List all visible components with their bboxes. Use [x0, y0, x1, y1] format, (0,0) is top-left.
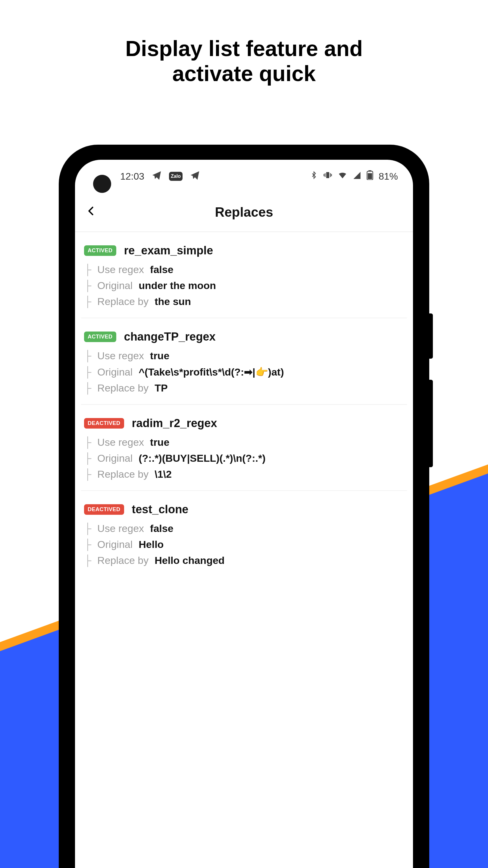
phone-frame: 12:03 Zalo	[59, 145, 429, 868]
item-title: re_exam_simple	[124, 244, 213, 257]
row-value: true	[150, 436, 169, 448]
list-item[interactable]: DEACTIVEDradim_r2_regex├Use regextrue├Or…	[81, 405, 407, 491]
phone-camera	[93, 175, 111, 193]
vibrate-icon	[323, 170, 332, 182]
status-badge: ACTIVED	[84, 245, 116, 256]
item-title: radim_r2_regex	[132, 417, 217, 430]
row-use-regex: ├Use regexfalse	[84, 264, 404, 276]
row-value: true	[150, 350, 169, 362]
phone-side-button	[429, 313, 433, 359]
row-value: TP	[155, 382, 167, 394]
promo-line2: activate quick	[0, 61, 488, 86]
row-value: \1\2	[155, 468, 172, 480]
row-marker-icon: ├	[84, 366, 91, 378]
row-replace-by: ├Replace bythe sun	[84, 296, 404, 307]
battery-icon	[367, 170, 373, 182]
row-marker-icon: ├	[84, 453, 91, 464]
wifi-icon	[338, 170, 347, 182]
svg-rect-3	[324, 174, 324, 176]
row-value: under the moon	[138, 280, 216, 291]
row-label: Replace by	[97, 296, 149, 307]
signal-icon	[353, 171, 361, 182]
phone-screen: 12:03 Zalo	[75, 160, 413, 868]
replace-list: ACTIVEDre_exam_simple├Use regexfalse├Ori…	[75, 232, 413, 577]
row-marker-icon: ├	[84, 468, 91, 480]
row-marker-icon: ├	[84, 280, 91, 291]
row-label: Replace by	[97, 555, 149, 566]
item-title: test_clone	[132, 503, 189, 516]
page-title: Replaces	[75, 205, 413, 220]
row-label: Replace by	[97, 382, 149, 394]
row-replace-by: ├Replace by\1\2	[84, 468, 404, 480]
row-use-regex: ├Use regextrue	[84, 436, 404, 448]
row-original: ├Original(?:.*)(BUY|SELL)(.*)\n(?:.*)	[84, 453, 404, 464]
row-replace-by: ├Replace byTP	[84, 382, 404, 394]
bluetooth-icon	[310, 170, 318, 182]
battery-percent: 81%	[379, 171, 398, 182]
row-original: ├Original^(Take\s*profit\s*\d(?:➡|👉)at)	[84, 366, 404, 378]
row-use-regex: ├Use regexfalse	[84, 523, 404, 534]
app-header: Replaces	[75, 193, 413, 232]
row-marker-icon: ├	[84, 523, 91, 534]
row-value: Hello changed	[155, 555, 224, 566]
svg-rect-2	[330, 173, 331, 177]
phone-side-button	[429, 380, 433, 467]
row-replace-by: ├Replace byHello changed	[84, 555, 404, 566]
row-marker-icon: ├	[84, 264, 91, 276]
row-value: false	[150, 264, 173, 276]
svg-rect-7	[368, 173, 372, 179]
row-marker-icon: ├	[84, 350, 91, 362]
row-label: Use regex	[97, 436, 144, 448]
row-label: Use regex	[97, 264, 144, 276]
svg-rect-1	[325, 173, 326, 177]
status-bar: 12:03 Zalo	[75, 160, 413, 193]
row-marker-icon: ├	[84, 382, 91, 394]
row-label: Original	[97, 366, 133, 378]
promo-heading: Display list feature and activate quick	[0, 0, 488, 86]
row-marker-icon: ├	[84, 538, 91, 550]
back-button[interactable]	[86, 203, 97, 222]
list-item[interactable]: ACTIVEDchangeTP_regex├Use regextrue├Orig…	[81, 318, 407, 405]
row-value: Hello	[138, 538, 164, 550]
zalo-icon: Zalo	[169, 172, 183, 181]
row-value: false	[150, 523, 173, 534]
status-badge: DEACTIVED	[84, 504, 124, 515]
row-marker-icon: ├	[84, 296, 91, 307]
svg-rect-4	[331, 174, 332, 176]
row-value: the sun	[155, 296, 191, 307]
telegram-icon	[190, 170, 200, 183]
list-item[interactable]: ACTIVEDre_exam_simple├Use regexfalse├Ori…	[81, 232, 407, 318]
row-value: ^(Take\s*profit\s*\d(?:➡|👉)at)	[138, 366, 284, 378]
row-label: Original	[97, 538, 133, 550]
svg-rect-0	[326, 172, 329, 178]
item-title: changeTP_regex	[124, 330, 216, 343]
telegram-icon	[152, 170, 162, 183]
status-badge: DEACTIVED	[84, 418, 124, 429]
row-label: Use regex	[97, 350, 144, 362]
status-badge: ACTIVED	[84, 332, 116, 342]
promo-line1: Display list feature and	[0, 36, 488, 61]
row-original: ├OriginalHello	[84, 538, 404, 550]
row-original: ├Originalunder the moon	[84, 280, 404, 291]
status-time: 12:03	[120, 171, 144, 182]
row-use-regex: ├Use regextrue	[84, 350, 404, 362]
row-marker-icon: ├	[84, 555, 91, 566]
row-label: Original	[97, 453, 133, 464]
row-label: Use regex	[97, 523, 144, 534]
row-marker-icon: ├	[84, 436, 91, 448]
list-item[interactable]: DEACTIVEDtest_clone├Use regexfalse├Origi…	[81, 491, 407, 577]
row-value: (?:.*)(BUY|SELL)(.*)\n(?:.*)	[138, 453, 265, 464]
row-label: Replace by	[97, 468, 149, 480]
row-label: Original	[97, 280, 133, 291]
